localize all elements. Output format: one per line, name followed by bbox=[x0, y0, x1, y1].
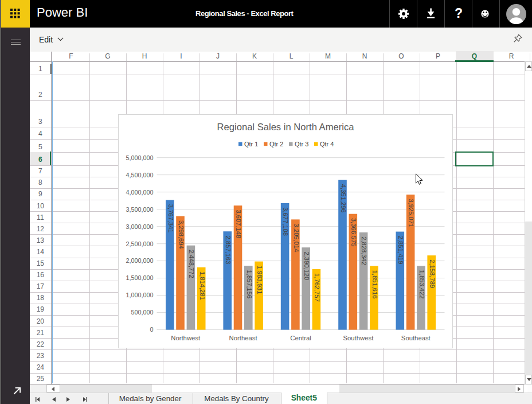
svg-text:2,851,419: 2,851,419 bbox=[397, 236, 404, 265]
svg-text:1,983,931: 1,983,931 bbox=[256, 266, 263, 294]
svg-text:1,853,422: 1,853,422 bbox=[418, 270, 425, 299]
svg-text:3,366,575: 3,366,575 bbox=[350, 218, 357, 247]
svg-text:Southeast: Southeast bbox=[401, 335, 431, 341]
svg-text:3,767,341: 3,767,341 bbox=[167, 204, 174, 233]
svg-text:4,351,296: 4,351,296 bbox=[340, 184, 347, 213]
svg-text:3,205,014: 3,205,014 bbox=[293, 224, 300, 252]
svg-text:1,851,616: 1,851,616 bbox=[371, 270, 378, 299]
svg-text:Qtr 4: Qtr 4 bbox=[320, 141, 334, 147]
svg-text:500,000: 500,000 bbox=[131, 309, 153, 316]
svg-text:2,857,163: 2,857,163 bbox=[225, 235, 232, 264]
svg-text:1,762,757: 1,762,757 bbox=[314, 273, 320, 302]
svg-text:3,925,071: 3,925,071 bbox=[408, 199, 414, 227]
svg-text:2,828,342: 2,828,342 bbox=[361, 236, 367, 265]
svg-text:1,500,000: 1,500,000 bbox=[126, 274, 153, 281]
svg-text:Northeast: Northeast bbox=[229, 335, 258, 341]
svg-text:Qtr 3: Qtr 3 bbox=[295, 141, 308, 147]
svg-text:Qtr 1: Qtr 1 bbox=[244, 141, 258, 147]
svg-text:Northwest: Northwest bbox=[171, 335, 201, 341]
svg-text:0: 0 bbox=[150, 326, 153, 333]
svg-text:1,000,000: 1,000,000 bbox=[126, 292, 153, 298]
svg-text:Regional Sales in North Americ: Regional Sales in North America bbox=[217, 122, 355, 133]
svg-text:4,000,000: 4,000,000 bbox=[126, 189, 153, 196]
svg-text:2,158,789: 2,158,789 bbox=[429, 259, 436, 288]
svg-text:2,448,772: 2,448,772 bbox=[188, 250, 195, 278]
svg-text:Central: Central bbox=[290, 335, 311, 341]
svg-text:3,500,000: 3,500,000 bbox=[126, 206, 153, 213]
svg-text:1,814,281: 1,814,281 bbox=[199, 271, 206, 300]
svg-text:2,390,120: 2,390,120 bbox=[303, 251, 310, 280]
svg-text:3,677,108: 3,677,108 bbox=[282, 207, 289, 236]
svg-text:4,500,000: 4,500,000 bbox=[126, 172, 153, 178]
svg-text:3,000,000: 3,000,000 bbox=[126, 223, 153, 230]
svg-text:2,500,000: 2,500,000 bbox=[126, 240, 153, 247]
svg-text:Southwest: Southwest bbox=[343, 335, 374, 341]
svg-text:3,298,694: 3,298,694 bbox=[178, 220, 185, 249]
svg-text:2,000,000: 2,000,000 bbox=[126, 257, 153, 264]
svg-text:Qtr 2: Qtr 2 bbox=[269, 141, 283, 147]
svg-text:3,607,148: 3,607,148 bbox=[235, 209, 242, 238]
svg-text:5,000,000: 5,000,000 bbox=[126, 154, 153, 161]
svg-text:1,857,156: 1,857,156 bbox=[246, 270, 253, 298]
